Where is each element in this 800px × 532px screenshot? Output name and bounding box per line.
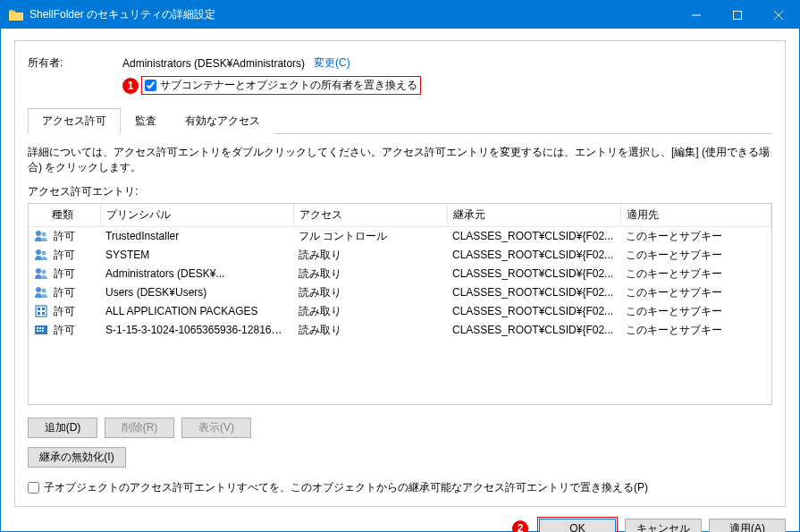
tab-permissions[interactable]: アクセス許可 bbox=[28, 108, 121, 134]
titlebar: ShellFolder のセキュリティの詳細設定 bbox=[1, 1, 799, 29]
svg-rect-23 bbox=[42, 330, 44, 332]
svg-rect-22 bbox=[39, 330, 41, 332]
col-inherited[interactable]: 継承元 bbox=[447, 204, 620, 227]
svg-rect-16 bbox=[42, 312, 45, 315]
svg-point-11 bbox=[42, 289, 46, 293]
change-owner-text: 変更(C) bbox=[314, 56, 350, 69]
col-access[interactable]: アクセス bbox=[293, 204, 447, 227]
tab-strip: アクセス許可 監査 有効なアクセス bbox=[28, 107, 772, 134]
maximize-button[interactable] bbox=[717, 1, 758, 29]
entries-label: アクセス許可エントリ: bbox=[28, 184, 772, 199]
table-row[interactable]: 許可ALL APPLICATION PACKAGES読み取りCLASSES_RO… bbox=[29, 302, 771, 321]
instruction-text: 詳細については、アクセス許可エントリをダブルクリックしてください。アクセス許可エ… bbox=[28, 145, 772, 175]
svg-rect-20 bbox=[42, 327, 44, 329]
table-row[interactable]: 許可S-1-15-3-1024-1065365936-1281604...読み取… bbox=[29, 321, 771, 340]
tab-audit[interactable]: 監査 bbox=[121, 108, 171, 134]
principal-icon bbox=[34, 266, 48, 281]
disable-inheritance-button[interactable]: 継承の無効化(I) bbox=[28, 447, 126, 468]
principal-icon bbox=[34, 248, 48, 262]
col-applies[interactable]: 適用先 bbox=[620, 204, 771, 227]
replace-owner-checkbox[interactable] bbox=[145, 80, 156, 91]
ok-highlight: OK bbox=[537, 517, 618, 532]
svg-point-8 bbox=[36, 268, 41, 274]
change-owner-link[interactable]: 変更(C) bbox=[314, 55, 350, 71]
owner-row: 所有者: Administrators (DESK¥Administrators… bbox=[28, 55, 772, 71]
principal-icon bbox=[34, 285, 48, 300]
svg-point-4 bbox=[36, 231, 41, 236]
ok-button[interactable]: OK bbox=[539, 519, 616, 532]
minimize-button[interactable] bbox=[676, 1, 717, 29]
inherit-row: 継承の無効化(I) bbox=[28, 447, 772, 468]
callout-2: 2 bbox=[512, 520, 528, 532]
svg-rect-21 bbox=[37, 330, 38, 332]
svg-point-9 bbox=[42, 270, 46, 274]
principal-icon bbox=[34, 304, 48, 318]
close-button[interactable] bbox=[758, 1, 799, 29]
entry-buttons: 追加(D) 削除(R) 表示(V) bbox=[28, 418, 772, 438]
table-row[interactable]: 許可TrustedInstallerフル コントロールCLASSES_ROOT¥… bbox=[29, 226, 771, 246]
svg-point-10 bbox=[36, 287, 41, 292]
svg-rect-14 bbox=[42, 308, 45, 310]
callout-1: 1 bbox=[122, 78, 139, 94]
svg-point-5 bbox=[42, 232, 46, 237]
svg-rect-19 bbox=[39, 327, 41, 329]
replace-child-checkbox[interactable] bbox=[28, 482, 39, 494]
col-type[interactable]: 種類 bbox=[29, 204, 100, 227]
remove-button[interactable]: 削除(R) bbox=[105, 418, 174, 438]
replace-owner-highlight: サブコンテナーとオブジェクトの所有者を置き換える bbox=[141, 76, 421, 95]
svg-rect-18 bbox=[37, 327, 38, 329]
permission-table: 種類 プリンシパル アクセス 継承元 適用先 許可TrustedInstalle… bbox=[28, 203, 772, 405]
principal-icon bbox=[34, 323, 48, 337]
table-row[interactable]: 許可Administrators (DESK¥...読み取りCLASSES_RO… bbox=[29, 265, 771, 283]
tab-effective[interactable]: 有効なアクセス bbox=[171, 108, 274, 134]
table-row[interactable]: 許可SYSTEM読み取りCLASSES_ROOT¥CLSID¥{F02...この… bbox=[29, 246, 771, 265]
window-title: ShellFolder のセキュリティの詳細設定 bbox=[29, 7, 676, 22]
table-header-row: 種類 プリンシパル アクセス 継承元 適用先 bbox=[29, 204, 771, 227]
advanced-security-window: ShellFolder のセキュリティの詳細設定 所有者: Administra… bbox=[0, 0, 800, 532]
inner-panel: 所有者: Administrators (DESK¥Administrators… bbox=[14, 40, 786, 507]
folder-icon bbox=[9, 9, 23, 21]
svg-rect-1 bbox=[734, 11, 742, 19]
dialog-footer: 2 OK キャンセル 適用(A) bbox=[1, 507, 799, 532]
view-button[interactable]: 表示(V) bbox=[181, 418, 251, 438]
apply-button[interactable]: 適用(A) bbox=[709, 519, 786, 532]
svg-rect-15 bbox=[38, 312, 40, 315]
owner-name: Administrators (DESK¥Administrators) bbox=[122, 57, 305, 70]
table-row[interactable]: 許可Users (DESK¥Users)読み取りCLASSES_ROOT¥CLS… bbox=[29, 283, 771, 302]
principal-icon bbox=[34, 229, 48, 243]
svg-point-6 bbox=[36, 249, 41, 255]
replace-owner-row: 1 サブコンテナーとオブジェクトの所有者を置き換える bbox=[122, 76, 772, 95]
col-principal[interactable]: プリンシパル bbox=[100, 204, 293, 227]
replace-child-label: 子オブジェクトのアクセス許可エントリすべてを、このオブジェクトからの継承可能なア… bbox=[44, 480, 648, 495]
cancel-button[interactable]: キャンセル bbox=[625, 519, 702, 532]
svg-rect-13 bbox=[38, 308, 40, 310]
replace-child-row: 子オブジェクトのアクセス許可エントリすべてを、このオブジェクトからの継承可能なア… bbox=[28, 480, 772, 495]
add-button[interactable]: 追加(D) bbox=[28, 418, 97, 438]
svg-rect-12 bbox=[36, 306, 46, 317]
svg-point-7 bbox=[42, 251, 46, 256]
replace-owner-label: サブコンテナーとオブジェクトの所有者を置き換える bbox=[160, 78, 417, 93]
content-area: 所有者: Administrators (DESK¥Administrators… bbox=[1, 29, 799, 507]
owner-label: 所有者: bbox=[28, 55, 122, 71]
